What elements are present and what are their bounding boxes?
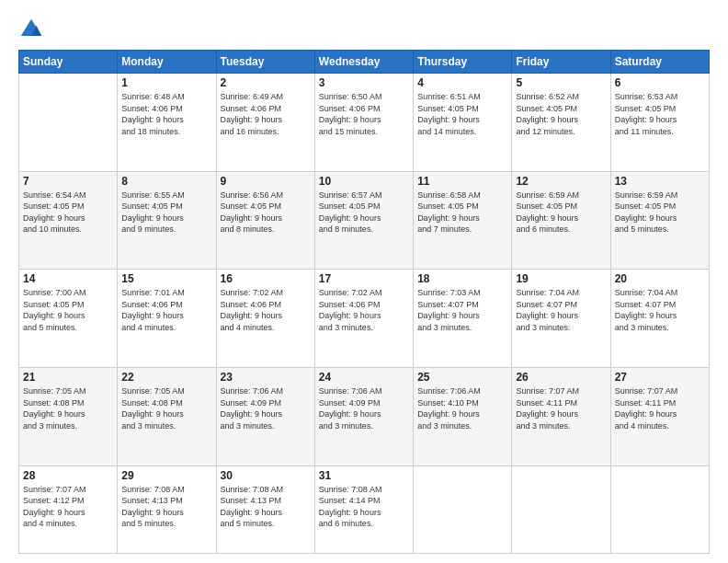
calendar-cell: 31Sunrise: 7:08 AMSunset: 4:14 PMDayligh… [314,465,413,553]
cell-info: Sunrise: 6:58 AMSunset: 4:05 PMDaylight:… [417,190,507,236]
weekday-friday: Friday [512,51,610,74]
calendar-cell: 18Sunrise: 7:03 AMSunset: 4:07 PMDayligh… [414,270,512,368]
weekday-wednesday: Wednesday [314,51,413,74]
day-number: 21 [23,371,113,384]
weekday-saturday: Saturday [610,51,709,74]
day-number: 9 [221,175,311,188]
day-number: 19 [516,272,606,285]
week-row-4: 21Sunrise: 7:05 AMSunset: 4:08 PMDayligh… [19,367,710,465]
day-number: 1 [121,76,211,89]
cell-info: Sunrise: 6:59 AMSunset: 4:05 PMDaylight:… [615,190,705,236]
calendar-cell: 15Sunrise: 7:01 AMSunset: 4:06 PMDayligh… [118,270,216,368]
calendar-cell: 23Sunrise: 7:06 AMSunset: 4:09 PMDayligh… [216,367,314,465]
calendar-table: SundayMondayTuesdayWednesdayThursdayFrid… [18,50,710,554]
calendar-cell: 6Sunrise: 6:53 AMSunset: 4:05 PMDaylight… [610,74,709,172]
weekday-header-row: SundayMondayTuesdayWednesdayThursdayFrid… [19,51,710,74]
day-number: 17 [319,272,409,285]
calendar-cell: 8Sunrise: 6:55 AMSunset: 4:05 PMDaylight… [118,171,216,270]
calendar-cell: 13Sunrise: 6:59 AMSunset: 4:05 PMDayligh… [610,171,709,270]
calendar-cell: 20Sunrise: 7:04 AMSunset: 4:07 PMDayligh… [610,270,709,368]
cell-info: Sunrise: 7:06 AMSunset: 4:10 PMDaylight:… [417,385,507,431]
calendar-cell [19,74,118,172]
day-number: 12 [516,175,606,188]
header [18,17,710,42]
cell-info: Sunrise: 6:57 AMSunset: 4:05 PMDaylight:… [319,190,409,236]
calendar-cell [610,465,709,553]
day-number: 11 [417,175,507,188]
calendar-cell: 26Sunrise: 7:07 AMSunset: 4:11 PMDayligh… [512,367,610,465]
cell-info: Sunrise: 7:06 AMSunset: 4:09 PMDaylight:… [319,385,409,431]
calendar-cell: 25Sunrise: 7:06 AMSunset: 4:10 PMDayligh… [414,367,512,465]
calendar-cell: 19Sunrise: 7:04 AMSunset: 4:07 PMDayligh… [512,270,610,368]
cell-info: Sunrise: 6:54 AMSunset: 4:05 PMDaylight:… [23,190,113,236]
cell-info: Sunrise: 6:48 AMSunset: 4:06 PMDaylight:… [121,91,211,137]
calendar-cell: 3Sunrise: 6:50 AMSunset: 4:06 PMDaylight… [314,74,413,172]
day-number: 10 [319,175,409,188]
day-number: 24 [319,371,409,384]
week-row-5: 28Sunrise: 7:07 AMSunset: 4:12 PMDayligh… [19,465,710,553]
day-number: 16 [221,272,311,285]
calendar-cell: 4Sunrise: 6:51 AMSunset: 4:05 PMDaylight… [414,74,512,172]
calendar-cell [512,465,610,553]
week-row-2: 7Sunrise: 6:54 AMSunset: 4:05 PMDaylight… [19,171,710,270]
cell-info: Sunrise: 6:59 AMSunset: 4:05 PMDaylight:… [516,190,606,236]
day-number: 26 [516,371,606,384]
calendar-cell: 29Sunrise: 7:08 AMSunset: 4:13 PMDayligh… [118,465,216,553]
cell-info: Sunrise: 6:50 AMSunset: 4:06 PMDaylight:… [319,91,409,137]
cell-info: Sunrise: 6:53 AMSunset: 4:05 PMDaylight:… [615,91,705,137]
day-number: 15 [121,272,211,285]
calendar-cell: 10Sunrise: 6:57 AMSunset: 4:05 PMDayligh… [314,171,413,270]
calendar-cell [414,465,512,553]
day-number: 27 [615,371,705,384]
logo [18,17,48,42]
calendar-cell: 7Sunrise: 6:54 AMSunset: 4:05 PMDaylight… [19,171,118,270]
day-number: 3 [319,76,409,89]
day-number: 4 [417,76,507,89]
calendar-cell: 27Sunrise: 7:07 AMSunset: 4:11 PMDayligh… [610,367,709,465]
day-number: 14 [23,272,113,285]
calendar-cell: 17Sunrise: 7:02 AMSunset: 4:06 PMDayligh… [314,270,413,368]
cell-info: Sunrise: 7:00 AMSunset: 4:05 PMDaylight:… [23,287,113,333]
cell-info: Sunrise: 7:03 AMSunset: 4:07 PMDaylight:… [417,287,507,333]
cell-info: Sunrise: 7:05 AMSunset: 4:08 PMDaylight:… [23,385,113,431]
calendar-cell: 21Sunrise: 7:05 AMSunset: 4:08 PMDayligh… [19,367,118,465]
calendar-cell: 24Sunrise: 7:06 AMSunset: 4:09 PMDayligh… [314,367,413,465]
day-number: 25 [417,371,507,384]
day-number: 28 [23,469,113,482]
cell-info: Sunrise: 6:55 AMSunset: 4:05 PMDaylight:… [121,190,211,236]
calendar-cell: 11Sunrise: 6:58 AMSunset: 4:05 PMDayligh… [414,171,512,270]
calendar-cell: 2Sunrise: 6:49 AMSunset: 4:06 PMDaylight… [216,74,314,172]
day-number: 13 [615,175,705,188]
week-row-3: 14Sunrise: 7:00 AMSunset: 4:05 PMDayligh… [19,270,710,368]
day-number: 5 [516,76,606,89]
logo-icon [18,17,44,42]
cell-info: Sunrise: 6:52 AMSunset: 4:05 PMDaylight:… [516,91,606,137]
day-number: 18 [417,272,507,285]
cell-info: Sunrise: 7:04 AMSunset: 4:07 PMDaylight:… [615,287,705,333]
calendar-cell: 14Sunrise: 7:00 AMSunset: 4:05 PMDayligh… [19,270,118,368]
weekday-sunday: Sunday [19,51,118,74]
calendar-cell: 28Sunrise: 7:07 AMSunset: 4:12 PMDayligh… [19,465,118,553]
cell-info: Sunrise: 7:05 AMSunset: 4:08 PMDaylight:… [121,385,211,431]
weekday-thursday: Thursday [414,51,512,74]
calendar-cell: 1Sunrise: 6:48 AMSunset: 4:06 PMDaylight… [118,74,216,172]
cell-info: Sunrise: 7:02 AMSunset: 4:06 PMDaylight:… [221,287,311,333]
cell-info: Sunrise: 7:06 AMSunset: 4:09 PMDaylight:… [221,385,311,431]
calendar-cell: 5Sunrise: 6:52 AMSunset: 4:05 PMDaylight… [512,74,610,172]
day-number: 30 [221,469,311,482]
calendar-cell: 30Sunrise: 7:08 AMSunset: 4:13 PMDayligh… [216,465,314,553]
day-number: 31 [319,469,409,482]
calendar-cell: 22Sunrise: 7:05 AMSunset: 4:08 PMDayligh… [118,367,216,465]
page: SundayMondayTuesdayWednesdayThursdayFrid… [0,0,728,563]
day-number: 20 [615,272,705,285]
day-number: 7 [23,175,113,188]
cell-info: Sunrise: 7:08 AMSunset: 4:14 PMDaylight:… [319,484,409,530]
calendar-cell: 9Sunrise: 6:56 AMSunset: 4:05 PMDaylight… [216,171,314,270]
cell-info: Sunrise: 7:02 AMSunset: 4:06 PMDaylight:… [319,287,409,333]
cell-info: Sunrise: 7:08 AMSunset: 4:13 PMDaylight:… [221,484,311,530]
cell-info: Sunrise: 7:04 AMSunset: 4:07 PMDaylight:… [516,287,606,333]
cell-info: Sunrise: 7:08 AMSunset: 4:13 PMDaylight:… [121,484,211,530]
day-number: 22 [121,371,211,384]
cell-info: Sunrise: 7:07 AMSunset: 4:11 PMDaylight:… [516,385,606,431]
cell-info: Sunrise: 6:51 AMSunset: 4:05 PMDaylight:… [417,91,507,137]
